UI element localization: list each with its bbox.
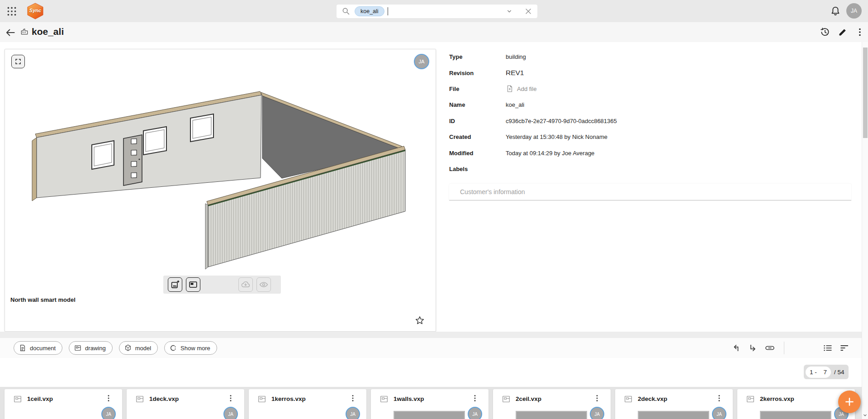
add-file-button[interactable]: Add file bbox=[506, 85, 536, 93]
file-avatar[interactable]: JA bbox=[590, 407, 604, 419]
detail-row-revision: Revision REV1 bbox=[449, 65, 853, 81]
file-card[interactable]: 2deck.vxp JA bbox=[615, 389, 733, 419]
detail-label: File bbox=[449, 86, 506, 92]
file-name: 1deck.vxp bbox=[149, 395, 179, 402]
model-3d-preview[interactable] bbox=[28, 89, 412, 273]
file-menu-button[interactable] bbox=[226, 393, 235, 404]
back-button[interactable] bbox=[5, 27, 16, 38]
picture-in-picture-button[interactable] bbox=[186, 277, 200, 292]
text-cursor bbox=[388, 7, 388, 15]
scrollbar-thumb[interactable] bbox=[863, 48, 868, 138]
drawing-file-icon bbox=[257, 394, 267, 404]
details-panel: Type building Revision REV1 File Add fil… bbox=[449, 49, 853, 200]
list-actions bbox=[731, 342, 850, 354]
add-image-button[interactable] bbox=[168, 277, 182, 292]
page-header: koe_ali bbox=[0, 22, 868, 42]
filter-chip-show-more[interactable]: Show more bbox=[164, 341, 217, 355]
history-button[interactable] bbox=[820, 27, 830, 38]
fullscreen-button[interactable] bbox=[11, 55, 25, 68]
file-avatar[interactable]: JA bbox=[346, 407, 360, 419]
user-avatar[interactable]: JA bbox=[846, 3, 862, 19]
file-thumbnail bbox=[638, 411, 709, 419]
detail-label: Type bbox=[449, 53, 506, 60]
file-card[interactable]: 1kerros.vxp JA bbox=[249, 389, 366, 419]
file-avatar[interactable]: JA bbox=[468, 407, 482, 419]
filter-chip-drawing[interactable]: drawing bbox=[69, 341, 113, 355]
list-icon bbox=[822, 343, 833, 353]
detail-label: ID bbox=[449, 118, 506, 124]
more-vert-icon bbox=[715, 393, 724, 404]
file-avatar[interactable]: JA bbox=[101, 407, 116, 419]
detail-row-created: Created Yesterday at 15:30:48 by Nick No… bbox=[449, 129, 853, 145]
detail-row-type: Type building bbox=[449, 49, 853, 65]
apps-grid-icon bbox=[6, 5, 18, 17]
drawing-file-icon bbox=[623, 394, 633, 404]
preview-card: JA bbox=[5, 49, 436, 332]
detail-row-name: Name koe_ali bbox=[449, 97, 853, 113]
edit-button[interactable] bbox=[837, 27, 848, 38]
add-new-fab[interactable] bbox=[838, 390, 861, 413]
more-vert-icon bbox=[593, 393, 602, 404]
chevron-down-icon[interactable] bbox=[505, 7, 514, 16]
preview-toolbar bbox=[163, 276, 281, 294]
show-more-icon bbox=[169, 344, 177, 352]
cube-icon bbox=[124, 344, 132, 352]
move-up-level-button[interactable] bbox=[731, 343, 742, 353]
drawing-file-icon bbox=[13, 394, 23, 404]
more-vert-icon bbox=[104, 393, 113, 404]
drawing-file-icon bbox=[501, 394, 511, 404]
link-button[interactable] bbox=[764, 343, 775, 353]
detail-value: Yesterday at 15:30:48 by Nick Noname bbox=[506, 133, 607, 140]
file-avatar[interactable]: JA bbox=[712, 407, 726, 419]
apps-grid-button[interactable] bbox=[6, 5, 18, 17]
file-card[interactable]: 1deck.vxp JA bbox=[127, 389, 244, 419]
move-down-level-button[interactable] bbox=[748, 343, 759, 353]
file-name: 1ceil.vxp bbox=[27, 395, 53, 402]
favorite-star-button[interactable] bbox=[414, 315, 426, 327]
file-card[interactable]: 1ceil.vxp JA bbox=[5, 389, 122, 419]
file-menu-button[interactable] bbox=[470, 393, 479, 404]
page-range-end: 7 bbox=[823, 369, 827, 376]
filter-chip-model[interactable]: model bbox=[119, 341, 158, 355]
file-menu-button[interactable] bbox=[593, 393, 602, 404]
cloud-download-icon bbox=[241, 280, 251, 290]
pagination[interactable]: 1 - 7 / 54 bbox=[804, 365, 849, 379]
search-bar[interactable]: koe_ali bbox=[337, 5, 537, 18]
search-term-chip[interactable]: koe_ali bbox=[355, 6, 384, 16]
sort-button[interactable] bbox=[839, 343, 850, 353]
link-icon bbox=[764, 343, 775, 353]
more-options-button[interactable] bbox=[854, 27, 865, 38]
file-card[interactable]: 1walls.vxp JA bbox=[371, 389, 489, 419]
customer-information-input[interactable] bbox=[449, 184, 851, 200]
plus-icon bbox=[844, 396, 855, 408]
notifications-button[interactable] bbox=[830, 5, 841, 17]
list-view-button[interactable] bbox=[822, 343, 833, 353]
file-menu-button[interactable] bbox=[715, 393, 724, 404]
detail-label: Modified bbox=[449, 150, 506, 157]
file-card[interactable]: 2kerros.vxp JA bbox=[737, 389, 855, 419]
drawing-file-icon bbox=[135, 394, 145, 404]
file-thumbnail bbox=[760, 411, 831, 419]
file-name: 2deck.vxp bbox=[638, 395, 667, 402]
file-menu-button[interactable] bbox=[348, 393, 357, 404]
clear-search-icon[interactable] bbox=[524, 7, 533, 16]
detail-label: Created bbox=[449, 133, 506, 140]
file-card[interactable]: 2ceil.vxp JA bbox=[493, 389, 611, 419]
file-menu-button[interactable] bbox=[104, 393, 113, 404]
page-range-start: 1 - bbox=[810, 369, 817, 376]
document-icon bbox=[19, 344, 27, 352]
sync-logo[interactable]: Sync bbox=[26, 3, 44, 19]
add-image-icon bbox=[170, 280, 180, 290]
modifier-avatar[interactable]: JA bbox=[414, 54, 429, 69]
page-range-pill[interactable]: 1 - 7 bbox=[806, 367, 831, 378]
file-avatar[interactable]: JA bbox=[223, 407, 238, 419]
arrow-back-icon bbox=[5, 27, 16, 38]
detail-row-file: File Add file bbox=[449, 81, 853, 97]
history-icon bbox=[820, 27, 830, 38]
building-icon bbox=[20, 28, 29, 37]
filter-chip-document[interactable]: document bbox=[14, 341, 62, 355]
file-thumbnail bbox=[516, 411, 587, 419]
vertical-scrollbar[interactable] bbox=[862, 42, 868, 419]
file-name: 1walls.vxp bbox=[394, 395, 424, 402]
scroll-down-icon[interactable] bbox=[862, 412, 868, 418]
